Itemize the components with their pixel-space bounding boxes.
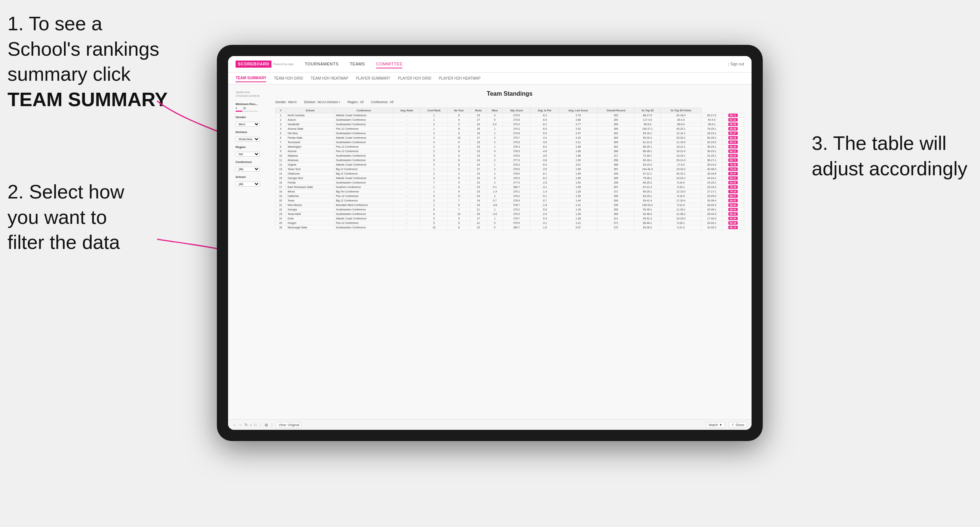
cell-15-2: Southeastern Conference bbox=[334, 181, 393, 185]
tab-team-h2h-heatmap[interactable]: TEAM H2H HEATMAP bbox=[311, 75, 348, 82]
cell-17-0: 18 bbox=[275, 189, 286, 194]
filter-minimum-label: Minimum Rou... bbox=[235, 102, 269, 106]
cell-11-8: 276.3 bbox=[503, 163, 530, 167]
share-btn[interactable]: ⇧ Share bbox=[729, 422, 747, 428]
division-select[interactable]: NCAA Division I bbox=[235, 137, 260, 142]
col-adj-score: Adj. Score bbox=[503, 108, 530, 113]
cell-4-10: 2.37 bbox=[559, 131, 598, 136]
clock-icon[interactable]: ◍ bbox=[265, 423, 268, 427]
region-filter-value: All bbox=[360, 100, 363, 104]
cell-1-15: 87.21 bbox=[722, 118, 744, 122]
view-original-btn[interactable]: View: Original bbox=[276, 422, 302, 428]
cell-14-10: 1.85 bbox=[559, 176, 598, 181]
cell-3-1: Arizona State bbox=[286, 127, 334, 131]
cell-21-13: 11-29-1 bbox=[661, 208, 702, 212]
cell-6-4: 4 bbox=[420, 140, 448, 144]
gender-filter-label: Gender: bbox=[275, 100, 287, 104]
cell-15-3: - bbox=[393, 181, 420, 185]
cell-15-8: 277.5 bbox=[503, 181, 530, 185]
tab-player-h2h-heatmap[interactable]: PLAYER H2H HEATMAP bbox=[439, 75, 480, 82]
table-row: 9ArizonaPac-12 Conference-28234278.3-4.6… bbox=[275, 149, 744, 154]
nav-teams[interactable]: TEAMS bbox=[350, 60, 365, 68]
cell-12-10: 1.85 bbox=[559, 167, 598, 171]
region-select[interactable]: N/A bbox=[235, 152, 260, 157]
cell-12-5: 9 bbox=[448, 167, 470, 171]
tab-team-h2h-grid[interactable]: TEAM H2H GRID bbox=[274, 75, 303, 82]
cell-16-14: 23-16-2 bbox=[702, 185, 722, 189]
forward-icon[interactable]: → bbox=[239, 423, 242, 427]
filter-max-val: 30 bbox=[243, 107, 249, 110]
grid-icon[interactable]: ⋮ bbox=[259, 423, 262, 427]
col-avg-rank: Avg. Rank bbox=[393, 108, 420, 113]
table-row: 1North CarolinaAtlantic Coast Conference… bbox=[275, 113, 744, 118]
cell-3-0: 4 bbox=[275, 127, 286, 131]
tab-team-summary[interactable]: TEAM SUMMARY bbox=[235, 75, 266, 82]
tab-player-summary[interactable]: PLAYER SUMMARY bbox=[356, 75, 390, 82]
cell-20-10: 1.41 bbox=[559, 203, 598, 208]
cell-21-3: - bbox=[393, 208, 420, 212]
minimum-slider[interactable] bbox=[235, 111, 258, 112]
cell-2-4: 2 bbox=[420, 122, 448, 127]
home-icon[interactable]: ⌂ bbox=[250, 423, 252, 427]
cell-9-1: Alabama bbox=[286, 154, 334, 158]
cell-8-2: Pac-12 Conference bbox=[334, 149, 393, 154]
cell-3-7: 1 bbox=[487, 127, 503, 131]
cell-23-1: Duke bbox=[286, 216, 334, 221]
cell-15-9: -2.9 bbox=[530, 181, 559, 185]
cell-12-0: 13 bbox=[275, 167, 286, 171]
cell-0-6: 23 bbox=[470, 113, 487, 118]
cell-2-3: - bbox=[393, 122, 420, 127]
table-row: 20TexasBig 12 Conference-37180.7278.9-0.… bbox=[275, 198, 744, 203]
refresh-icon[interactable]: ↻ bbox=[245, 423, 248, 427]
cell-11-12: 83-15-0 bbox=[635, 163, 661, 167]
cell-17-12: 80-25-1 bbox=[635, 189, 661, 194]
nav-tournaments[interactable]: TOURNAMENTS bbox=[305, 60, 338, 68]
cell-3-8: 274.2 bbox=[503, 127, 530, 131]
cell-19-10: 1.44 bbox=[559, 198, 598, 203]
cell-15-10: 1.63 bbox=[559, 181, 598, 185]
cell-16-3: - bbox=[393, 185, 420, 189]
cell-20-2: Mountain West Conference bbox=[334, 203, 393, 208]
school-select[interactable]: (All) bbox=[235, 182, 260, 187]
cell-4-5: 6 bbox=[448, 131, 470, 136]
watch-btn[interactable]: Watch ▼ bbox=[706, 422, 725, 428]
gender-select[interactable]: Men's bbox=[235, 122, 260, 127]
conference-select[interactable]: (All) bbox=[235, 167, 260, 171]
main-content: Update time: 27/03/2024 16:56:26 Minimum… bbox=[228, 84, 751, 419]
cell-24-14: 23-33-1 bbox=[702, 221, 722, 225]
cell-10-6: 24 bbox=[470, 158, 487, 163]
cell-7-3: - bbox=[393, 144, 420, 149]
cell-5-9: -4.4 bbox=[530, 136, 559, 140]
cell-19-4: 3 bbox=[420, 198, 448, 203]
cell-25-14: 10-30-0 bbox=[702, 225, 722, 230]
cell-16-10: 1.55 bbox=[559, 185, 598, 189]
cell-5-15: 80.39 bbox=[722, 136, 744, 140]
cell-8-14: 39-23-1 bbox=[702, 149, 722, 154]
cell-0-7: 4 bbox=[487, 113, 503, 118]
cell-24-15: 80.38 bbox=[722, 221, 744, 225]
cell-10-7: 2 bbox=[487, 158, 503, 163]
cell-2-1: Vanderbilt bbox=[286, 122, 334, 127]
cell-3-4: 1 bbox=[420, 127, 448, 131]
tab-player-h2h-grid[interactable]: PLAYER H2H GRID bbox=[398, 75, 431, 82]
nav-committee[interactable]: COMMITTEE bbox=[376, 60, 403, 68]
cell-0-0: 1 bbox=[275, 113, 286, 118]
cell-15-13: 9-24-0 bbox=[661, 181, 702, 185]
cell-22-5: 10 bbox=[448, 212, 470, 216]
sign-out-link[interactable]: Sign out bbox=[730, 62, 744, 66]
cell-3-14: 79-25-1 bbox=[702, 127, 722, 131]
cell-8-3: - bbox=[393, 149, 420, 154]
division-filter-label: Division: bbox=[304, 100, 316, 104]
copy-icon[interactable]: □ bbox=[254, 423, 256, 427]
back-icon[interactable]: ← bbox=[232, 423, 236, 427]
cell-3-5: 8 bbox=[448, 127, 470, 131]
cell-14-14: 44-24-1 bbox=[702, 176, 722, 181]
cell-7-10: 1.98 bbox=[559, 144, 598, 149]
filter-school: School (All) bbox=[235, 175, 269, 187]
cell-17-4: 1 bbox=[420, 189, 448, 194]
cell-19-6: 18 bbox=[470, 198, 487, 203]
cell-12-4: 1 bbox=[420, 167, 448, 171]
table-row: 8WashingtonPac-12 Conference-28231276.3-… bbox=[275, 144, 744, 149]
cell-1-11: 260 bbox=[598, 118, 635, 122]
cell-6-3: - bbox=[393, 140, 420, 144]
